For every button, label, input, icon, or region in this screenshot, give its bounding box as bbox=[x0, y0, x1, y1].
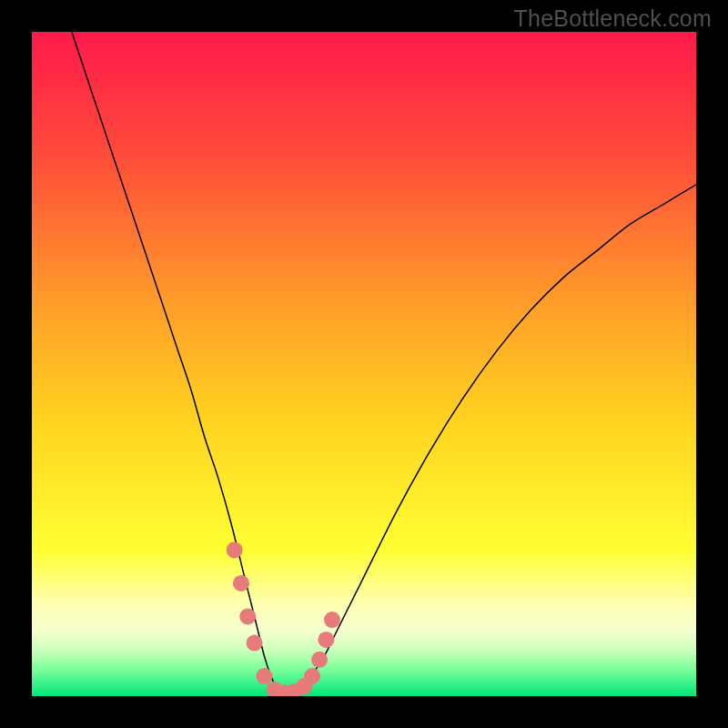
highlight-point bbox=[227, 541, 243, 558]
highlight-point bbox=[304, 668, 320, 684]
highlight-point bbox=[324, 612, 340, 628]
svg-rect-0 bbox=[32, 32, 696, 696]
chart-frame: TheBottleneck.com bbox=[0, 0, 728, 728]
highlight-point bbox=[257, 668, 273, 684]
plot-area bbox=[32, 32, 696, 696]
highlight-point bbox=[233, 575, 249, 592]
watermark-text: TheBottleneck.com bbox=[514, 5, 712, 32]
highlight-point bbox=[247, 635, 263, 652]
highlight-point bbox=[239, 608, 256, 624]
highlight-point bbox=[311, 652, 328, 668]
highlight-point bbox=[318, 632, 334, 648]
gradient-background bbox=[32, 32, 696, 696]
